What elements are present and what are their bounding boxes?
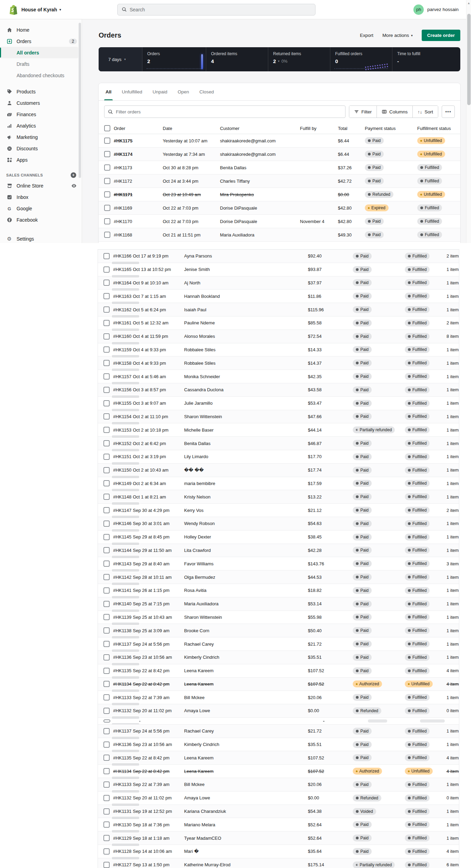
row-checkbox[interactable] (103, 641, 110, 647)
sidebar-item-facebook[interactable]: Facebook (0, 214, 82, 225)
table-row[interactable]: #HK1140Sep 25 at 7:15 pmMaria Auxiliador… (98, 597, 459, 611)
add-sales-channel-button[interactable]: + (71, 172, 76, 178)
row-checkbox[interactable] (103, 400, 110, 406)
sidebar-item-apps[interactable]: Apps (0, 154, 82, 165)
table-row[interactable]: #HK1128Sep 14 at 10:06 amMari �$35.64Pai… (98, 845, 459, 858)
row-checkbox[interactable] (103, 534, 110, 540)
sidebar-item-orders[interactable]: Orders2 (0, 36, 82, 47)
table-row[interactable]: #HK1136Sep 23 at 10:56 amKimberly Cindri… (98, 738, 459, 751)
table-row[interactable]: #HK1146Sep 30 at 3:01 amWendy Robson$54.… (98, 517, 459, 531)
order-number-link[interactable]: #HK1162 (113, 307, 131, 312)
sidebar-item-home[interactable]: Home (0, 24, 82, 36)
table-row[interactable]: #HK1154Oct 2 at 11:10 pmSharon Wittenste… (98, 410, 459, 424)
sidebar-item-google[interactable]: GGoogle (0, 203, 82, 214)
order-number-link[interactable]: #HK1146 (113, 521, 131, 526)
store-switcher[interactable]: House of Kyrah ▾ (21, 7, 61, 12)
order-number-link[interactable]: #HK1148 (113, 494, 131, 499)
row-checkbox[interactable] (103, 333, 110, 340)
more-options-button[interactable]: ••• (442, 105, 455, 118)
sidebar-item-drafts[interactable]: Drafts (0, 58, 82, 70)
order-number-link[interactable]: #HK1169 (114, 205, 163, 211)
table-row[interactable]: #HK1175Yesterday at 10:07 amshakiraakore… (99, 134, 460, 148)
window-scrollbar-thumb[interactable] (467, 14, 471, 105)
row-checkbox[interactable] (103, 454, 110, 460)
order-number-link[interactable]: #HK1159 (113, 347, 131, 352)
table-row[interactable]: #HK1160Oct 4 at 11:59 pmAlonso Morales$7… (98, 330, 459, 343)
row-checkbox[interactable] (103, 507, 110, 513)
order-number-link[interactable]: #HK1133 (113, 782, 131, 787)
table-row[interactable]: #HK1143Sep 29 at 8:40 amFavor Williams$1… (98, 557, 459, 571)
order-number-link[interactable]: #HK1137 (113, 728, 131, 734)
table-row[interactable]: #HK1171Oct 23 at 10:49 amMira Prokopenko… (99, 188, 460, 201)
sidebar-scrollbar[interactable] (79, 23, 81, 216)
table-row[interactable]: #HK1166Oct 17 at 9:19 pmAyna Parsons$92.… (98, 250, 459, 263)
table-row[interactable]: #HK1152Oct 2 at 6:42 pmBenita Dallas$46.… (98, 437, 459, 450)
order-number-link[interactable]: #HK1135 (113, 668, 131, 673)
table-row[interactable]: #HK1159Oct 4 at 9:33 pmRobbalee Stiles$1… (98, 343, 459, 357)
row-checkbox[interactable] (103, 614, 110, 620)
table-row[interactable]: #HK1155Oct 3 at 9:07 amJulie Jaramillo$5… (98, 397, 459, 410)
order-number-link[interactable]: #HK1171 (114, 192, 163, 197)
row-checkbox[interactable] (103, 708, 110, 714)
sidebar-item-customers[interactable]: Customers (0, 97, 82, 109)
row-checkbox[interactable] (103, 781, 110, 788)
select-all-checkbox[interactable] (104, 125, 110, 131)
table-row[interactable]: #HK1169Oct 22 at 7:03 pmDorise DiPasqual… (99, 201, 460, 215)
tab-unfulfilled[interactable]: Unfulfilled (122, 83, 142, 100)
table-row[interactable]: #HK1148Oct 1 at 8:21 amKristy Nelson$13.… (98, 490, 459, 504)
order-number-link[interactable]: #HK1160 (113, 334, 131, 339)
row-checkbox[interactable] (104, 232, 110, 238)
order-number-link[interactable]: #HK1163 (113, 294, 131, 299)
order-number-link[interactable]: #HK1132 (113, 795, 131, 800)
table-row[interactable]: #HK1130Sep 18 at 7:36 pmMariano Melara$5… (98, 818, 459, 831)
table-row[interactable]: #HK1164Oct 9 at 10:10 amAj North$37.97Pa… (98, 276, 459, 290)
sidebar-item-discounts[interactable]: Discounts (0, 143, 82, 154)
row-checkbox[interactable] (103, 306, 110, 313)
table-row[interactable]: #HK1161Oct 5 at 12:32 amPauline Ndeme$85… (98, 316, 459, 330)
table-row[interactable]: #HK1145Sep 29 at 8:45 pmHolley Dexter$38… (98, 531, 459, 544)
order-number-link[interactable]: #HK1154 (113, 414, 131, 419)
row-checkbox[interactable] (103, 521, 110, 527)
order-number-link[interactable]: #HK1130 (113, 822, 131, 827)
sidebar-item-abandoned-checkouts[interactable]: Abandoned checkouts (0, 70, 82, 81)
row-checkbox[interactable] (103, 694, 110, 700)
row-checkbox[interactable] (103, 795, 110, 801)
order-number-link[interactable]: #HK1133 (113, 695, 131, 700)
order-number-link[interactable]: #HK1145 (113, 534, 131, 539)
sidebar-item-finances[interactable]: Finances (0, 109, 82, 120)
row-checkbox[interactable] (104, 164, 110, 171)
row-checkbox[interactable] (103, 467, 110, 473)
filter-button[interactable]: Filter (349, 106, 377, 118)
table-row[interactable]: #HK1133Sep 22 at 7:39 amBill Mckee$20.06… (98, 778, 459, 791)
table-row[interactable]: #HK1138Sep 25 at 3:09 amBrooke Corn$50.4… (98, 624, 459, 637)
table-row[interactable]: #HK1134Sep 22 at 8:42 pmLeena Kareem$107… (98, 765, 459, 778)
more-actions-button[interactable]: More actions ▾ (382, 33, 413, 38)
order-number-link[interactable]: #HK1132 (113, 708, 131, 713)
sidebar-item-inbox[interactable]: Inbox (0, 191, 82, 203)
row-checkbox[interactable] (103, 280, 110, 286)
order-number-link[interactable]: #HK1136 (113, 655, 131, 660)
order-number-link[interactable]: #HK1142 (113, 575, 131, 580)
order-number-link[interactable]: #HK1147 (113, 508, 131, 513)
row-checkbox[interactable] (103, 821, 110, 828)
order-number-link[interactable]: #HK1149 (113, 481, 131, 486)
order-number-link[interactable]: #HK1144 (113, 548, 131, 553)
row-checkbox[interactable] (103, 654, 110, 660)
row-checkbox[interactable] (103, 741, 110, 748)
order-number-link[interactable]: #HK1156 (113, 387, 131, 392)
table-row[interactable]: #HK1127Sep 13 at 1:50 pmKatherine Murray… (98, 858, 459, 868)
table-row[interactable]: #HK1157Oct 4 at 5:46 amMonika Schneider$… (98, 370, 459, 383)
row-checkbox[interactable] (103, 728, 110, 734)
row-checkbox[interactable] (103, 627, 110, 634)
sidebar-item-online-store[interactable]: Online Store (0, 180, 82, 191)
table-row[interactable]: #HK1165Oct 13 at 10:52 pmJenise Smith$93… (98, 263, 459, 276)
shopify-logo-icon[interactable] (8, 4, 18, 15)
row-checkbox[interactable] (103, 266, 110, 273)
order-number-link[interactable]: #HK1165 (113, 267, 131, 272)
order-number-link[interactable]: #HK1164 (113, 280, 131, 285)
eye-icon[interactable] (71, 183, 77, 188)
table-row[interactable]: #HK1163Oct 7 at 1:15 amHannah Bookland$1… (98, 290, 459, 303)
order-number-link[interactable]: #HK1168 (114, 232, 163, 238)
order-number-link[interactable]: #HK1131 (113, 809, 131, 814)
table-row[interactable]: #HK1141Sep 26 at 1:15 pmRosa Avitia$18.8… (98, 584, 459, 597)
